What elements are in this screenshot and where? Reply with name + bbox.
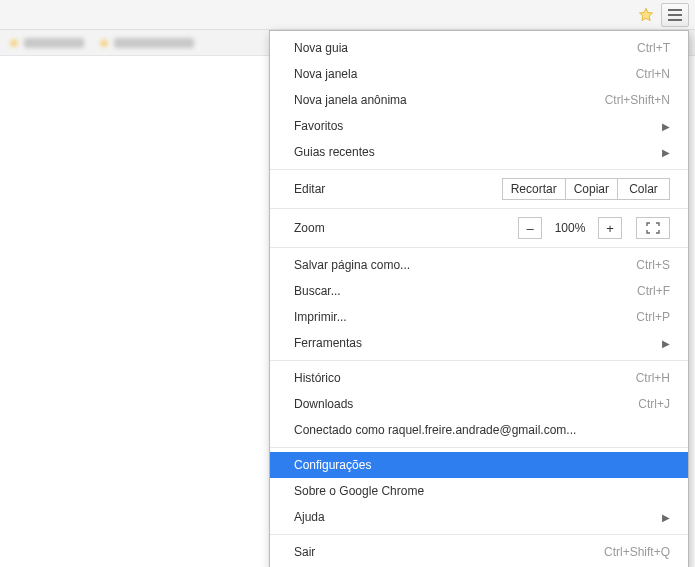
menu-label: Sobre o Google Chrome: [294, 484, 670, 498]
menu-new-tab[interactable]: Nova guia Ctrl+T: [270, 35, 688, 61]
menu-history[interactable]: Histórico Ctrl+H: [270, 365, 688, 391]
menu-tools[interactable]: Ferramentas ▶: [270, 330, 688, 356]
bookmark-item[interactable]: [8, 37, 84, 49]
menu-bookmarks[interactable]: Favoritos ▶: [270, 113, 688, 139]
star-icon[interactable]: [637, 6, 655, 24]
menu-separator: [270, 208, 688, 209]
menu-help[interactable]: Ajuda ▶: [270, 504, 688, 530]
edit-button-group: Recortar Copiar Colar: [502, 178, 670, 200]
bookmark-item[interactable]: [98, 37, 194, 49]
menu-new-window[interactable]: Nova janela Ctrl+N: [270, 61, 688, 87]
menu-zoom-row: Zoom – 100% +: [270, 213, 688, 243]
menu-label: Ferramentas: [294, 336, 662, 350]
menu-signed-in[interactable]: Conectado como raquel.freire.andrade@gma…: [270, 417, 688, 443]
menu-find[interactable]: Buscar... Ctrl+F: [270, 278, 688, 304]
menu-shortcut: Ctrl+H: [636, 371, 670, 385]
menu-save-as[interactable]: Salvar página como... Ctrl+S: [270, 252, 688, 278]
menu-separator: [270, 247, 688, 248]
chevron-right-icon: ▶: [662, 147, 670, 158]
menu-label: Histórico: [294, 371, 636, 385]
menu-new-incognito[interactable]: Nova janela anônima Ctrl+Shift+N: [270, 87, 688, 113]
menu-shortcut: Ctrl+Shift+N: [605, 93, 670, 107]
menu-downloads[interactable]: Downloads Ctrl+J: [270, 391, 688, 417]
paste-button[interactable]: Colar: [618, 178, 670, 200]
menu-label: Nova janela: [294, 67, 636, 81]
svg-rect-1: [668, 14, 682, 16]
menu-settings[interactable]: Configurações: [270, 452, 688, 478]
menu-label: Nova janela anônima: [294, 93, 605, 107]
menu-label: Guias recentes: [294, 145, 662, 159]
menu-label: Configurações: [294, 458, 670, 472]
menu-label: Salvar página como...: [294, 258, 636, 272]
menu-label: Editar: [294, 182, 502, 196]
menu-label: Nova guia: [294, 41, 637, 55]
menu-separator: [270, 169, 688, 170]
menu-label: Sair: [294, 545, 604, 559]
svg-rect-2: [668, 19, 682, 21]
copy-button[interactable]: Copiar: [566, 178, 618, 200]
menu-shortcut: Ctrl+F: [637, 284, 670, 298]
fullscreen-button[interactable]: [636, 217, 670, 239]
menu-exit[interactable]: Sair Ctrl+Shift+Q: [270, 539, 688, 565]
zoom-in-button[interactable]: +: [598, 217, 622, 239]
chevron-right-icon: ▶: [662, 121, 670, 132]
menu-shortcut: Ctrl+S: [636, 258, 670, 272]
chevron-right-icon: ▶: [662, 512, 670, 523]
menu-label: Buscar...: [294, 284, 637, 298]
cut-button[interactable]: Recortar: [502, 178, 566, 200]
menu-shortcut: Ctrl+Shift+Q: [604, 545, 670, 559]
chevron-right-icon: ▶: [662, 338, 670, 349]
menu-shortcut: Ctrl+N: [636, 67, 670, 81]
menu-label: Imprimir...: [294, 310, 636, 324]
menu-recent-tabs[interactable]: Guias recentes ▶: [270, 139, 688, 165]
zoom-out-button[interactable]: –: [518, 217, 542, 239]
menu-edit-row: Editar Recortar Copiar Colar: [270, 174, 688, 204]
menu-label: Ajuda: [294, 510, 662, 524]
menu-about[interactable]: Sobre o Google Chrome: [270, 478, 688, 504]
menu-shortcut: Ctrl+T: [637, 41, 670, 55]
menu-shortcut: Ctrl+P: [636, 310, 670, 324]
menu-separator: [270, 534, 688, 535]
chrome-menu: Nova guia Ctrl+T Nova janela Ctrl+N Nova…: [269, 30, 689, 567]
menu-label: Zoom: [294, 221, 518, 235]
zoom-controls: – 100% +: [518, 217, 670, 239]
menu-separator: [270, 360, 688, 361]
menu-shortcut: Ctrl+J: [638, 397, 670, 411]
browser-toolbar: [0, 0, 695, 30]
menu-button[interactable]: [661, 3, 689, 27]
menu-label: Favoritos: [294, 119, 662, 133]
menu-label: Downloads: [294, 397, 638, 411]
zoom-value: 100%: [550, 221, 590, 235]
menu-label: Conectado como raquel.freire.andrade@gma…: [294, 423, 670, 437]
svg-rect-0: [668, 9, 682, 11]
menu-separator: [270, 447, 688, 448]
menu-print[interactable]: Imprimir... Ctrl+P: [270, 304, 688, 330]
